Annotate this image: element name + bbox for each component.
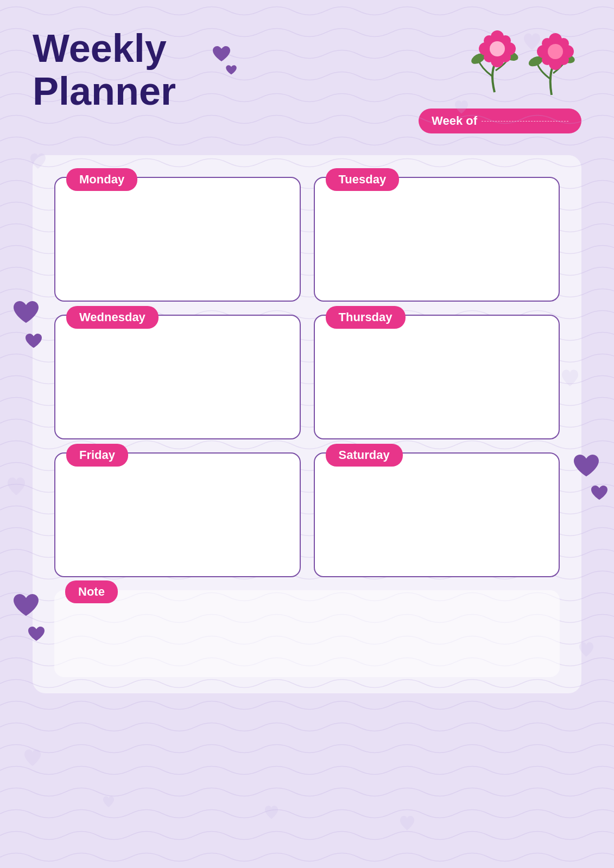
wednesday-box[interactable]: Wednesday bbox=[54, 315, 301, 439]
monday-box[interactable]: Monday bbox=[54, 177, 301, 302]
week-of-input-line bbox=[482, 121, 568, 122]
tuesday-box[interactable]: Tuesday bbox=[314, 177, 560, 302]
heart-decoration-right-2 bbox=[590, 486, 609, 504]
main-card: Monday Tuesday Wednesday Thursday Friday… bbox=[33, 155, 581, 693]
flower-decoration bbox=[451, 16, 587, 100]
wednesday-label: Wednesday bbox=[66, 306, 159, 329]
friday-box[interactable]: Friday bbox=[54, 452, 301, 577]
note-section[interactable]: Note bbox=[54, 590, 560, 677]
week-of-label: Week of bbox=[432, 114, 477, 128]
thursday-label: Thursday bbox=[326, 306, 406, 329]
svg-point-12 bbox=[490, 41, 505, 56]
day-grid: Monday Tuesday Wednesday Thursday Friday… bbox=[54, 177, 560, 577]
svg-point-24 bbox=[548, 44, 563, 59]
friday-label: Friday bbox=[66, 444, 128, 467]
saturday-box[interactable]: Saturday bbox=[314, 452, 560, 577]
note-label: Note bbox=[65, 580, 118, 603]
page-title: Weekly Planner bbox=[33, 27, 176, 113]
thursday-box[interactable]: Thursday bbox=[314, 315, 560, 439]
monday-label: Monday bbox=[66, 168, 137, 191]
tuesday-label: Tuesday bbox=[326, 168, 400, 191]
week-of-pill[interactable]: Week of bbox=[419, 108, 581, 133]
title-block: Weekly Planner bbox=[33, 27, 176, 113]
saturday-label: Saturday bbox=[326, 444, 403, 467]
